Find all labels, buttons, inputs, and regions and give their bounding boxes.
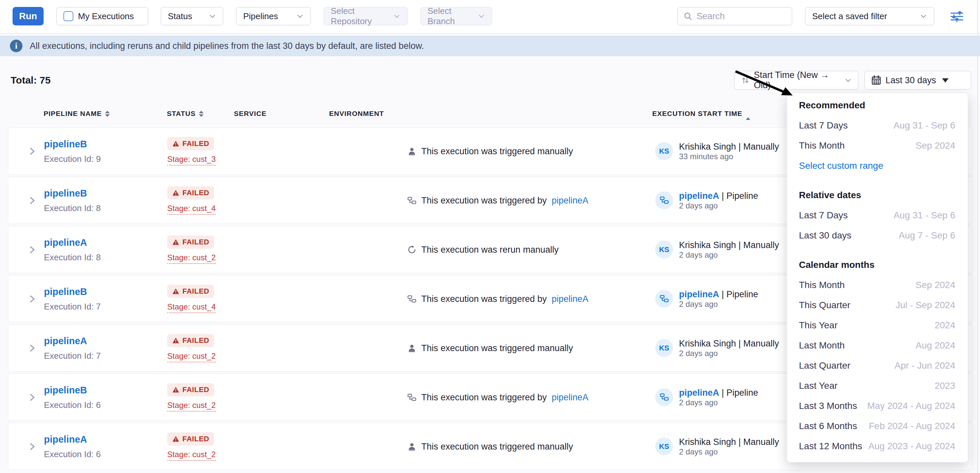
failed-stage-link[interactable]: Stage: cust_4 xyxy=(167,302,216,313)
column-header-label: SERVICE xyxy=(234,110,267,117)
column-header-service: SERVICE xyxy=(234,110,267,117)
warning-triangle-icon xyxy=(172,140,180,147)
sort-order-dropdown[interactable]: Start Time (New → Old) xyxy=(734,71,858,90)
warning-triangle-icon xyxy=(172,189,180,197)
execution-start-info: pipelineA | Pipeline 2 days ago xyxy=(655,289,758,308)
pipelines-filter-dropdown[interactable]: Pipelines xyxy=(236,7,311,25)
menu-item-this-month[interactable]: This MonthSep 2024 xyxy=(799,275,955,295)
menu-item-date-range: Aug 31 - Sep 6 xyxy=(893,210,955,221)
row-expand-chevron[interactable] xyxy=(25,391,39,404)
menu-item-this-quarter[interactable]: This QuarterJul - Sep 2024 xyxy=(799,295,955,315)
warning-triangle-icon xyxy=(172,288,180,295)
avatar xyxy=(655,290,673,308)
execution-start-info: KS Krishika Singh | Manually 2 days ago xyxy=(655,436,779,456)
status-badge: FAILED xyxy=(167,285,214,298)
pipeline-icon xyxy=(660,393,669,402)
menu-item-last-30-days[interactable]: Last 30 daysAug 7 - Sep 6 xyxy=(799,225,955,245)
status-badge: FAILED xyxy=(167,186,214,200)
trigger-info: This execution was triggered by pipeline… xyxy=(407,195,589,205)
branch-filter-dropdown[interactable]: Select Branch xyxy=(420,7,492,25)
failed-stage-link[interactable]: Stage: cust_2 xyxy=(167,253,216,264)
trigger-pipeline-link[interactable]: pipelineA xyxy=(552,294,589,304)
avatar: KS xyxy=(655,142,673,160)
sort-asc-icon xyxy=(746,110,750,117)
trigger-pipeline-link[interactable]: pipelineA xyxy=(552,392,589,402)
row-expand-chevron[interactable] xyxy=(25,341,39,355)
row-expand-chevron[interactable] xyxy=(25,144,39,158)
search-input[interactable]: Search xyxy=(677,7,792,25)
starter-pipeline-link[interactable]: pipelineA xyxy=(679,289,719,299)
status-badge: FAILED xyxy=(167,334,214,347)
execution-start-info: KS Krishika Singh | Manually 33 minutes … xyxy=(655,141,779,161)
menu-item-label: This Month xyxy=(799,140,845,151)
menu-item-label: This Year xyxy=(799,320,838,331)
menu-item-last-7-days[interactable]: Last 7 DaysAug 31 - Sep 6 xyxy=(799,205,955,225)
repository-filter-dropdown[interactable]: Select Repository xyxy=(323,7,408,25)
starter-pipeline-link[interactable]: pipelineA xyxy=(679,387,719,397)
execution-id: Execution Id: 6 xyxy=(44,449,101,459)
my-executions-filter[interactable]: My Executions xyxy=(56,7,148,25)
failed-stage-link[interactable]: Stage: cust_3 xyxy=(167,155,216,165)
row-expand-chevron[interactable] xyxy=(25,292,39,306)
started-by-line: Krishika Singh | Manually xyxy=(679,338,779,348)
run-button[interactable]: Run xyxy=(13,7,44,25)
trigger-info: This execution was rerun manually xyxy=(407,244,559,255)
pipeline-name-link[interactable]: pipelineA xyxy=(44,335,87,346)
pipeline-name-link[interactable]: pipelineA xyxy=(44,434,87,444)
column-header-execution-start-time[interactable]: EXECUTION START TIME xyxy=(652,110,750,117)
chevron-right-icon xyxy=(27,147,37,156)
menu-item-select-custom-range[interactable]: Select custom range xyxy=(799,156,955,176)
row-expand-chevron[interactable] xyxy=(25,194,39,207)
pipeline-name-link[interactable]: pipelineB xyxy=(44,286,87,297)
menu-item-this-year[interactable]: This Year2024 xyxy=(799,315,955,335)
pipeline-name-link[interactable]: pipelineB xyxy=(44,384,87,395)
menu-item-last-12-months[interactable]: Last 12 MonthsAug 2023 - Aug 2024 xyxy=(799,436,955,456)
status-badge: FAILED xyxy=(167,235,214,249)
menu-item-this-month[interactable]: This MonthSep 2024 xyxy=(799,135,955,156)
pipeline-icon xyxy=(407,196,416,205)
info-icon: i xyxy=(10,40,22,52)
starter-pipeline-link[interactable]: pipelineA xyxy=(679,190,719,200)
status-label: FAILED xyxy=(182,386,209,394)
column-header-label: PIPELINE NAME xyxy=(44,110,102,117)
status-badge: FAILED xyxy=(167,432,214,446)
trigger-text: This execution was rerun manually xyxy=(421,244,559,255)
menu-item-label: Last 3 Months xyxy=(799,401,857,411)
menu-item-last-quarter[interactable]: Last QuarterApr - Jun 2024 xyxy=(799,356,955,376)
chevron-down-icon xyxy=(845,77,852,84)
date-range-dropdown[interactable]: Last 30 days xyxy=(864,71,971,90)
menu-item-label: Last Month xyxy=(799,340,845,351)
row-expand-chevron[interactable] xyxy=(25,440,39,453)
menu-item-last-month[interactable]: Last MonthAug 2024 xyxy=(799,335,955,356)
pipeline-name-link[interactable]: pipelineB xyxy=(44,187,87,198)
my-executions-checkbox[interactable] xyxy=(64,11,73,21)
pipeline-name-link[interactable]: pipelineB xyxy=(44,138,87,149)
avatar: KS xyxy=(655,339,673,357)
menu-item-last-year[interactable]: Last Year2023 xyxy=(799,376,955,396)
info-banner-text: All executions, including reruns and chi… xyxy=(30,41,424,51)
failed-stage-link[interactable]: Stage: cust_4 xyxy=(167,204,216,215)
started-time: 2 days ago xyxy=(679,447,779,456)
failed-stage-link[interactable]: Stage: cust_2 xyxy=(167,450,216,461)
menu-item-last-7-days[interactable]: Last 7 DaysAug 31 - Sep 6 xyxy=(799,115,955,135)
filter-settings-button[interactable] xyxy=(949,9,965,24)
warning-triangle-icon xyxy=(172,386,180,394)
status-label: FAILED xyxy=(182,189,209,197)
column-header-pipeline-name[interactable]: PIPELINE NAME xyxy=(44,110,110,117)
menu-item-date-range: Aug 31 - Sep 6 xyxy=(893,120,955,131)
row-expand-chevron[interactable] xyxy=(25,243,39,256)
trigger-pipeline-link[interactable]: pipelineA xyxy=(552,195,589,205)
execution-id: Execution Id: 7 xyxy=(44,351,101,361)
failed-stage-link[interactable]: Stage: cust_2 xyxy=(167,401,216,411)
pipeline-name-link[interactable]: pipelineA xyxy=(44,237,87,248)
avatar: KS xyxy=(655,240,673,258)
status-filter-dropdown[interactable]: Status xyxy=(161,7,223,25)
saved-filter-label: Select a saved filter xyxy=(812,11,887,21)
trigger-text: This execution was triggered by xyxy=(421,195,547,205)
saved-filter-dropdown[interactable]: Select a saved filter xyxy=(805,7,934,25)
menu-item-last-3-months[interactable]: Last 3 MonthsMay 2024 - Aug 2024 xyxy=(799,396,955,416)
failed-stage-link[interactable]: Stage: cust_2 xyxy=(167,351,216,362)
menu-section-title: Recommended xyxy=(799,95,955,115)
column-header-status[interactable]: STATUS xyxy=(167,110,204,117)
menu-item-last-6-months[interactable]: Last 6 MonthsFeb 2024 - Aug 2024 xyxy=(799,416,955,436)
